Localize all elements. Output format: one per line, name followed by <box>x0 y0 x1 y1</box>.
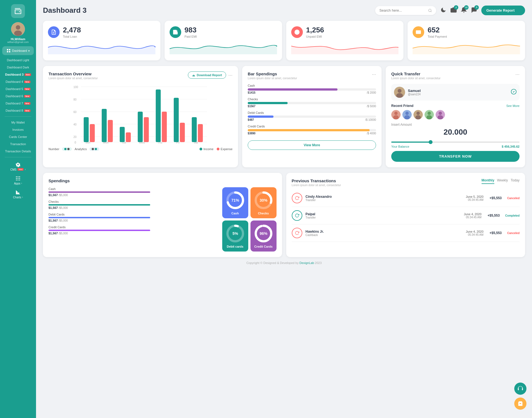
sidebar-item-dashboard-light[interactable]: Dashboard Light <box>1 57 35 64</box>
spendings-list: Cash $1,567 /$5,000 Checks $1,567 /$5,00… <box>48 187 218 252</box>
badge-new: New <box>24 95 30 98</box>
svg-point-2 <box>14 30 22 36</box>
svg-point-8 <box>17 176 18 177</box>
paid-emi-wave <box>170 40 277 54</box>
transaction-bar-chart: 100 80 60 40 20 0 Sun Mon Tue Wed Thu Fr <box>48 84 232 145</box>
tab-monthly[interactable]: Monthly <box>482 178 494 184</box>
tab-today[interactable]: Today <box>511 178 520 184</box>
pt-amount-paipal: +$5,553 <box>488 214 500 217</box>
pt-time-cindy: 05:34:45 AM <box>466 198 484 201</box>
sidebar-item-dashboard-4[interactable]: Dashboard 4 New <box>1 78 35 85</box>
total-payment-icon <box>413 26 424 38</box>
svg-point-7 <box>16 176 17 177</box>
svg-rect-49 <box>162 112 167 142</box>
svg-rect-40 <box>84 117 89 142</box>
donut-checks-label: Checks <box>258 212 269 215</box>
svg-rect-53 <box>198 124 203 142</box>
sidebar-item-dashboard-5[interactable]: Dashboard 5 New <box>1 85 35 93</box>
svg-text:40: 40 <box>73 123 77 126</box>
svg-rect-45 <box>126 132 131 142</box>
transfer-now-button[interactable]: TRANSFER NOW <box>391 151 520 162</box>
svg-text:71%: 71% <box>231 198 239 202</box>
svg-rect-44 <box>120 127 125 142</box>
header: Dashboard 3 2 12 5 Generate Repo <box>43 6 525 15</box>
sidebar-item-gear[interactable]: CMS New › <box>0 160 36 173</box>
sidebar-item-dashboard-8[interactable]: Dashboard 8 New <box>1 107 35 114</box>
sidebar-item-invoices[interactable]: Invoices <box>1 126 35 133</box>
search-input[interactable] <box>379 8 426 12</box>
pt-name-paipal: Paipal <box>306 212 316 216</box>
quick-transfer-menu[interactable]: ··· <box>515 71 520 77</box>
sidebar-item-apps[interactable]: Apps › <box>0 173 36 187</box>
camera-notification[interactable]: 2 <box>451 7 457 14</box>
charts-label: Charts <box>13 196 21 199</box>
sidebar-item-dashboard-dark[interactable]: Dashboard Dark <box>1 64 35 71</box>
transaction-item-hawkins: Hawkins Jr. Cashback June 4, 2020 05:34:… <box>292 224 520 242</box>
bar-spendings-card: Bar Spendings Lorem ipsum dolor sit amet… <box>242 66 382 167</box>
bell-notification[interactable]: 12 <box>461 7 467 14</box>
tab-weekly[interactable]: Weekly <box>497 178 508 184</box>
bar-spendings-menu[interactable]: ··· <box>372 71 376 77</box>
sidebar-item-charts[interactable]: Charts › <box>0 187 36 201</box>
friend-avatar-2[interactable] <box>402 110 412 119</box>
total-payment-wave <box>413 40 520 54</box>
svg-text:20: 20 <box>73 135 77 139</box>
main-content: Dashboard 3 2 12 5 Generate Repo <box>36 0 532 418</box>
spending-credit-cards: Credit Cards $3890/$ 4000 <box>248 125 376 135</box>
download-report-button[interactable]: Download Report <box>188 71 226 79</box>
footer-brand[interactable]: DexignLab <box>300 261 314 265</box>
spendings-card: Spendings Cash $1,567 /$5,000 Checks $1,… <box>43 173 282 257</box>
svg-text:5%: 5% <box>232 231 238 236</box>
pt-date-paipal: June 4, 2020 <box>464 212 482 216</box>
sidebar-item-cards-center[interactable]: Cards Center <box>1 133 35 140</box>
chevron-right-icon: › <box>25 168 25 171</box>
prev-transactions-subtitle: Lorem ipsum dolor sit amet, consectetur <box>292 184 341 187</box>
sidebar-item-transaction[interactable]: Transaction <box>1 140 35 148</box>
svg-point-15 <box>19 179 20 180</box>
view-more-button[interactable]: View More <box>248 140 376 150</box>
fab-support[interactable] <box>514 383 526 395</box>
sidebar-logo[interactable] <box>11 4 25 18</box>
paid-emi-icon <box>170 26 181 38</box>
donut-grid: 71% Cash 30% Checks <box>222 187 277 252</box>
divider <box>5 116 31 117</box>
theme-toggle[interactable] <box>440 7 446 14</box>
friend-avatar-5[interactable] <box>436 110 445 119</box>
chat-notification[interactable]: 5 <box>471 7 477 14</box>
generate-report-button[interactable]: Generate Report <box>481 6 525 15</box>
pt-status-cindy: Canceled <box>507 197 520 200</box>
friend-avatar-1[interactable] <box>391 110 401 119</box>
sidebar-item-my-wallet[interactable]: My Wallet <box>1 119 35 126</box>
sidebar-item-transaction-details[interactable]: Transaction Details <box>1 148 35 155</box>
stat-cards: 2,478 Total Loan 983 Paid EMI <box>43 21 525 60</box>
spendings-debit: Debit Cards $1,567 /$5,000 <box>48 213 218 222</box>
badge-new: New <box>24 102 30 105</box>
amount-slider[interactable] <box>391 142 520 143</box>
badge-new: New <box>25 73 31 76</box>
pt-name-hawkins: Hawkins Jr. <box>306 230 324 234</box>
friend-avatar-4[interactable] <box>424 110 434 119</box>
sidebar-username: Hi,William <box>11 37 25 41</box>
friend-avatar-3[interactable] <box>413 110 423 119</box>
sidebar-item-dashboard-3[interactable]: Dashboard 3 New <box>1 71 35 78</box>
legend-expense: Expense <box>221 147 232 151</box>
transaction-overview-menu[interactable]: ··· <box>228 72 232 78</box>
header-actions: 2 12 5 Generate Report <box>375 6 525 15</box>
pt-name-cindy: Cindy Alexandro <box>306 195 332 199</box>
transaction-item-cindy: Cindy Alexandro Transfer June 5, 2020 05… <box>292 189 520 207</box>
bar-chart-icon <box>516 9 520 12</box>
sidebar-item-dashboard-6[interactable]: Dashboard 6 New <box>1 93 35 100</box>
bottom-row: Spendings Cash $1,567 /$5,000 Checks $1,… <box>43 173 525 257</box>
transaction-overview-title: Transaction Overview <box>48 71 98 76</box>
quick-transfer-card: Quick Transfer Lorem ipsum dolor sit ame… <box>386 66 525 167</box>
qt-user-handle: @sam224 <box>408 93 421 96</box>
pt-type-hawkins: Cashback <box>306 234 324 237</box>
svg-point-1 <box>16 25 20 30</box>
svg-rect-47 <box>144 117 149 142</box>
sidebar-item-dashboard-7[interactable]: Dashboard 7 New <box>1 100 35 107</box>
dashboard-toggle[interactable]: Dashboard ▾ <box>2 46 34 55</box>
svg-text:60: 60 <box>73 111 77 114</box>
transaction-overview-card: Transaction Overview Lorem ipsum dolor s… <box>43 66 238 167</box>
see-more-link[interactable]: See More <box>506 104 520 107</box>
fab-cart[interactable] <box>514 398 526 410</box>
